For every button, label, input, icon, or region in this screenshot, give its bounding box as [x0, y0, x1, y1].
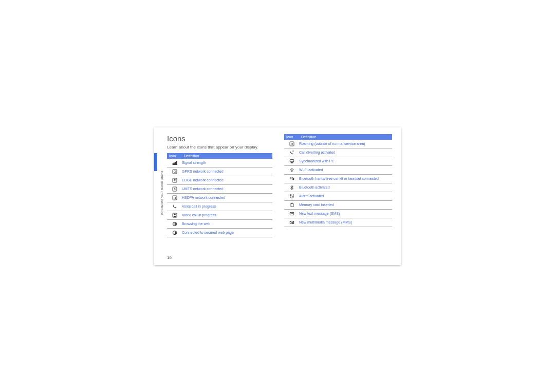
table-row: New multimedia message (MMS) [284, 218, 392, 227]
table-row: RRoaming (outside of normal service area… [284, 140, 392, 148]
table-row: Alarm activated [284, 192, 392, 201]
svg-text:H: H [173, 197, 175, 200]
definition-text: EDGE network connected [182, 178, 272, 182]
table-row: Bluetooth activated [284, 183, 392, 192]
divert-icon [284, 150, 299, 155]
umts-icon: 3 [167, 186, 182, 192]
table-row: GGPRS network connected [167, 167, 272, 176]
definition-text: HSDPA network connected [182, 196, 272, 200]
definition-text: Bluetooth activated [299, 185, 392, 190]
definition-text: Connected to secured web page [182, 231, 272, 235]
svg-rect-0 [173, 164, 174, 165]
table-row: Signal strength [167, 159, 272, 167]
th-definition-label: Definition [301, 135, 392, 139]
alarm-icon [284, 194, 299, 199]
wifi-icon [284, 167, 299, 173]
svg-rect-27 [292, 178, 293, 180]
table-row: New text message (SMS) [284, 210, 392, 218]
definition-text: New text message (SMS) [299, 212, 392, 216]
svg-line-31 [290, 194, 291, 195]
table-row: EEDGE network connected [167, 176, 272, 185]
sms-icon [284, 211, 299, 216]
column-right: Icon Definition RRoaming (outside of nor… [284, 134, 392, 227]
svg-rect-2 [175, 162, 176, 165]
bt-icon [284, 185, 299, 190]
table-row: HHSDPA network connected [167, 194, 272, 202]
workspace: introducing your mobile phone Icons Lear… [0, 0, 555, 392]
svg-text:3: 3 [174, 188, 176, 191]
svg-text:G: G [173, 171, 176, 174]
definition-text: Synchronized with PC [299, 159, 392, 163]
column-left: Icons Learn about the icons that appear … [167, 134, 272, 237]
svg-rect-19 [175, 233, 176, 234]
definition-text: Voice call in progress [182, 204, 272, 209]
side-tab [154, 153, 157, 171]
page-number: 16 [167, 255, 172, 260]
manual-page: introducing your mobile phone Icons Lear… [154, 127, 401, 265]
edge-icon: E [167, 178, 182, 183]
svg-text:E: E [173, 179, 175, 182]
table-row: Synchronized with PC [284, 157, 392, 166]
definition-text: Video call in progress [182, 213, 272, 217]
sync-icon [284, 159, 299, 164]
definition-text: UMTS network connected [182, 187, 272, 191]
bthead-icon [284, 176, 299, 181]
svg-rect-24 [291, 162, 292, 163]
table-row: Connected to secured web page [167, 229, 272, 237]
gprs-icon: G [167, 169, 182, 174]
table-row: Memory card inserted [284, 201, 392, 210]
svg-point-26 [291, 171, 292, 172]
svg-line-32 [293, 194, 294, 195]
table-row: 3UMTS network connected [167, 185, 272, 194]
table-header-right: Icon Definition [284, 134, 392, 140]
roaming-icon: R [284, 141, 299, 146]
definition-text: New multimedia message (MMS) [299, 220, 392, 225]
th-icon-label: Icon [284, 135, 301, 139]
definition-text: Wi-Fi activated [299, 168, 392, 172]
table-row: Browsing the web [167, 220, 272, 229]
table-header-left: Icon Definition [167, 153, 272, 159]
table-body-left: Signal strengthGGPRS network connectedEE… [167, 159, 272, 237]
svg-point-12 [174, 214, 175, 215]
definition-text: Signal strength [182, 161, 272, 165]
th-definition-label: Definition [184, 154, 272, 158]
definition-text: Call diverting activated [299, 151, 392, 155]
table-row: Video call in progress [167, 211, 272, 220]
definition-text: Roaming (outside of normal service area) [299, 142, 392, 146]
definition-text: Bluetooth hands-free car kit or headset … [299, 177, 392, 181]
table-row: Wi-Fi activated [284, 166, 392, 175]
signal-icon [167, 160, 182, 165]
voice-icon [167, 204, 182, 209]
table-body-right: RRoaming (outside of normal service area… [284, 140, 392, 227]
web-icon [167, 221, 182, 227]
th-icon-label: Icon [167, 154, 184, 158]
table-row: Bluetooth hands-free car kit or headset … [284, 175, 392, 183]
svg-text:R: R [290, 142, 293, 145]
svg-rect-3 [176, 161, 177, 165]
video-icon [167, 213, 182, 218]
section-title: Icons [167, 134, 272, 143]
definition-text: Browsing the web [182, 222, 272, 226]
definition-text: GPRS network connected [182, 170, 272, 174]
side-label: introducing your mobile phone [160, 171, 166, 215]
memcard-icon [284, 202, 299, 208]
mms-icon [284, 220, 299, 225]
section-intro: Learn about the icons that appear on you… [167, 145, 272, 150]
table-row: Voice call in progress [167, 202, 272, 211]
svg-rect-1 [174, 163, 175, 165]
hsdpa-icon: H [167, 195, 182, 200]
definition-text: Memory card inserted [299, 203, 392, 207]
secure-icon [167, 230, 182, 235]
definition-text: Alarm activated [299, 194, 392, 198]
table-row: Call diverting activated [284, 148, 392, 157]
